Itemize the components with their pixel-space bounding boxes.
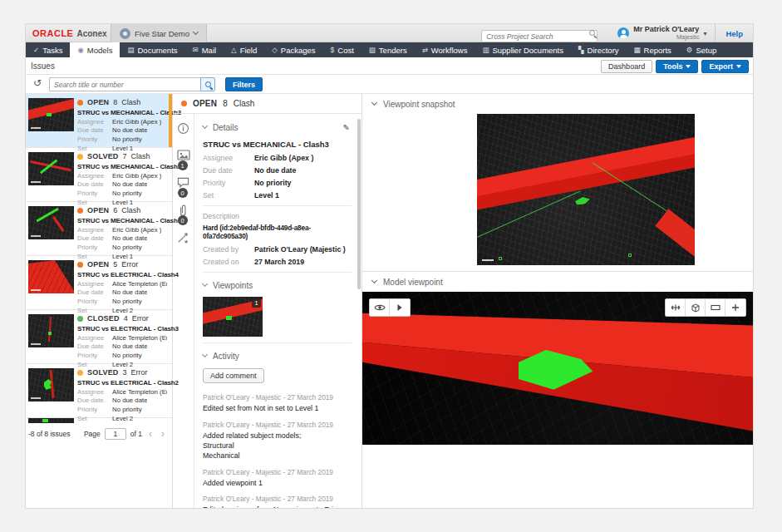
activity-text: Structural xyxy=(203,441,352,451)
field-value: No priority xyxy=(112,298,142,305)
search-icon[interactable] xyxy=(589,30,595,36)
aconex-logo: Aconex xyxy=(76,29,106,38)
viewpoints-count-badge: 1 xyxy=(178,160,188,170)
section-box-button[interactable] xyxy=(686,299,706,316)
details-section-header[interactable]: Details ✎ xyxy=(203,121,352,134)
field-value: No priority xyxy=(112,190,142,197)
issue-title: STRUC vs MECHANICAL - Clash3 xyxy=(203,140,352,149)
nav-item-mail[interactable]: ✉Mail xyxy=(185,42,224,57)
project-selector[interactable]: Five Star Demo xyxy=(111,24,207,42)
issue-thumbnail-partial xyxy=(28,418,74,423)
nav-item-tasks[interactable]: ✓Tasks xyxy=(26,42,70,57)
field-value: No due date xyxy=(112,234,147,242)
details-section-label: Details xyxy=(213,123,239,132)
issue-field-row: Due dateNo due date xyxy=(77,126,167,134)
detail-content: Details ✎ STRUC vs MECHANICAL - Clash3 A… xyxy=(194,114,361,509)
viewer-panel: Viewpoint snapshot Model viewpoint xyxy=(362,94,753,509)
expand-toolbar-button[interactable] xyxy=(390,299,410,316)
nav-item-label: Field xyxy=(240,46,258,55)
viewpoint-thumbnail[interactable]: 1 xyxy=(203,297,263,337)
attachments-tab[interactable]: 0 xyxy=(177,204,190,218)
add-comment-button[interactable]: Add comment xyxy=(203,368,264,383)
issue-field-row: AssigneeAlice Templeton (Enzic... xyxy=(77,388,167,396)
snapshot-section-header[interactable]: Viewpoint snapshot xyxy=(362,94,753,114)
activity-meta: Patrick O'Leary - Majestic - 27 March 20… xyxy=(203,468,352,476)
issue-list-item[interactable]: SOLVED 7 Clash STRUC vs MECHANICAL - Cla… xyxy=(26,148,172,202)
description-value: Hard (id:2eb9edaf-bfdb-449d-a8ea-0fa7dc9… xyxy=(203,224,352,240)
issue-thumbnail xyxy=(28,260,74,293)
nav-item-cost[interactable]: $Cost xyxy=(323,42,361,57)
field-label: Priority xyxy=(203,179,254,187)
issue-field-row: Due dateNo due date xyxy=(77,397,167,404)
issue-list-item[interactable]: OPEN 8 Clash STRUC vs MECHANICAL - Clash… xyxy=(26,94,172,148)
field-label: Priority xyxy=(77,244,112,251)
cross-project-search-input[interactable] xyxy=(481,30,598,42)
visibility-button[interactable] xyxy=(370,299,390,316)
page-input[interactable] xyxy=(105,428,126,440)
tools-button[interactable]: Tools xyxy=(656,60,698,73)
nav-item-workflows[interactable]: ⇄Workflows xyxy=(415,42,475,57)
export-button[interactable]: Export xyxy=(701,60,749,73)
mail-icon: ✉ xyxy=(193,46,199,54)
help-link[interactable]: Help xyxy=(715,24,753,42)
caret-down-icon: ▾ xyxy=(703,30,706,37)
issue-list-item[interactable]: OPEN 6 Clash STRUC vs MECHANICAL - Clash… xyxy=(26,202,172,256)
list-pagination: -8 of 8 issues Page of 1 ‹ › xyxy=(26,423,172,440)
nav-item-setup[interactable]: ⚙Setup xyxy=(679,42,724,57)
nav-item-field[interactable]: △Field xyxy=(224,42,264,57)
issue-list-item[interactable]: CLOSED 4 Error STRUC vs ELECTRICAL - Cla… xyxy=(26,310,172,364)
refresh-icon[interactable]: ↺ xyxy=(33,78,42,88)
nav-item-supplier-documents[interactable]: ▥Supplier Documents xyxy=(475,42,571,57)
branch-arrows-icon xyxy=(177,232,189,244)
nav-item-documents[interactable]: ▤Documents xyxy=(120,42,184,57)
viewpoints-tab[interactable]: 1 xyxy=(177,150,190,163)
dashboard-button[interactable]: Dashboard xyxy=(601,60,652,73)
issue-list-item[interactable]: OPEN 5 Error STRUC vs ELECTRICAL - Clash… xyxy=(26,256,172,310)
issue-detail-header: OPEN 8 Clash xyxy=(173,94,361,114)
issue-search-input[interactable] xyxy=(49,77,200,91)
comments-tab[interactable]: 0 xyxy=(177,177,190,190)
prev-page-button[interactable]: ‹ xyxy=(146,429,155,439)
issue-type: Error xyxy=(132,314,149,323)
issue-field-row: Due dateNo due date xyxy=(77,234,167,242)
issue-status: OPEN xyxy=(87,206,109,214)
created-on-label: Created on xyxy=(203,258,254,266)
detail-scrollbar[interactable] xyxy=(357,119,361,289)
page-title: Issues xyxy=(31,62,55,71)
issue-status: SOLVED xyxy=(87,152,119,160)
tasks-icon: ✓ xyxy=(33,46,39,54)
nav-item-reports[interactable]: ▦Reports xyxy=(627,42,679,57)
edit-pencil-icon[interactable]: ✎ xyxy=(343,123,350,132)
aconex-app-window: ORACLE Aconex Five Star Demo Mr Patrick … xyxy=(25,23,754,509)
minimize-button[interactable] xyxy=(706,299,725,316)
user-org: Majestic xyxy=(633,34,699,41)
viewpoints-section-header[interactable]: Viewpoints xyxy=(203,278,352,292)
nav-item-tenders[interactable]: ▧Tenders xyxy=(361,42,415,57)
issue-field-row: PriorityNo priority xyxy=(77,135,167,143)
issue-type: Clash xyxy=(234,99,255,108)
nav-item-models[interactable]: ◉Models xyxy=(70,42,120,57)
desktop-background: ORACLE Aconex Five Star Demo Mr Patrick … xyxy=(0,0,782,532)
issue-list-item[interactable]: SOLVED 3 Error STRUC vs ELECTRICAL - Cla… xyxy=(26,364,172,418)
next-page-button[interactable]: › xyxy=(159,429,167,439)
nav-item-label: Tenders xyxy=(379,46,407,55)
nav-item-packages[interactable]: ◇Packages xyxy=(264,42,322,57)
info-tab[interactable] xyxy=(177,122,190,135)
field-label: Due date xyxy=(77,180,112,188)
related-items-tab[interactable] xyxy=(177,232,190,245)
model-viewpoint-viewer[interactable] xyxy=(362,292,753,445)
filters-button[interactable]: Filters xyxy=(225,77,263,91)
viewpoint-number-badge: 1 xyxy=(252,298,261,308)
brand-logo: ORACLE Aconex xyxy=(32,24,107,42)
user-menu[interactable]: Mr Patrick O'Leary Majestic ▾ xyxy=(609,24,715,42)
nav-item-directory[interactable]: ▚Directory xyxy=(571,42,627,57)
pan-button[interactable] xyxy=(666,299,686,316)
field-label: Assignee xyxy=(203,154,254,162)
activity-section-header[interactable]: Activity xyxy=(203,349,352,362)
field-label: Due date xyxy=(77,342,112,350)
search-button[interactable] xyxy=(200,77,215,91)
zoom-in-button[interactable] xyxy=(725,299,745,316)
field-value: No due date xyxy=(112,180,147,188)
viewer-section-header[interactable]: Model viewpoint xyxy=(362,272,753,292)
detail-icon-rail: 1 0 0 xyxy=(173,114,194,509)
